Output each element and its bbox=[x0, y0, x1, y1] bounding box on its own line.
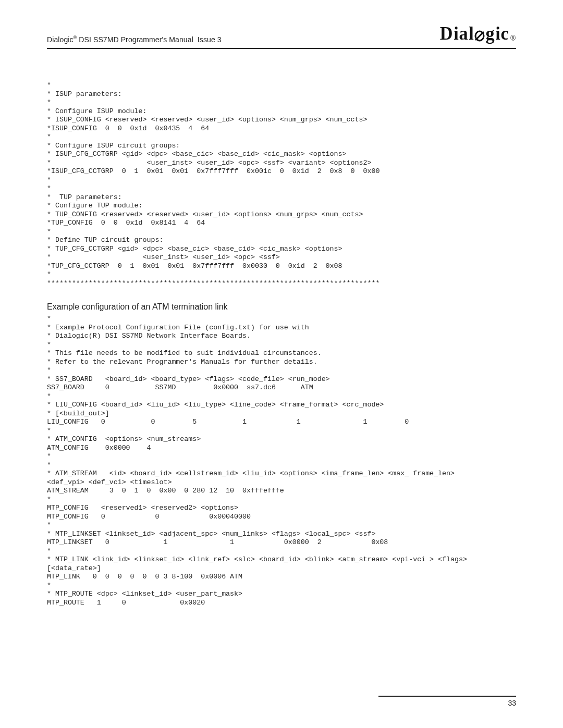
doc-title-text: Dialogic® DSI SS7MD Programmer's Manual … bbox=[47, 35, 222, 44]
section-title-atm: Example configuration of an ATM terminat… bbox=[47, 302, 516, 312]
registered-mark-icon: ® bbox=[510, 34, 516, 42]
brand-word: Dialgic bbox=[439, 24, 509, 43]
code-block-atm: * * Example Protocol Configuration File … bbox=[47, 315, 516, 607]
code-block-isup-tup: * * ISUP parameters: * * Configure ISUP … bbox=[47, 81, 516, 288]
brand-logo: Dialgic ® bbox=[439, 24, 516, 44]
page: Dialogic® DSI SS7MD Programmer's Manual … bbox=[0, 0, 563, 728]
header-row: Dialogic® DSI SS7MD Programmer's Manual … bbox=[47, 24, 516, 49]
doc-title: Dialogic® DSI SS7MD Programmer's Manual … bbox=[47, 35, 222, 44]
page-number: 33 bbox=[508, 699, 516, 707]
footer: 33 bbox=[378, 696, 516, 707]
slashed-o-icon bbox=[474, 25, 485, 43]
